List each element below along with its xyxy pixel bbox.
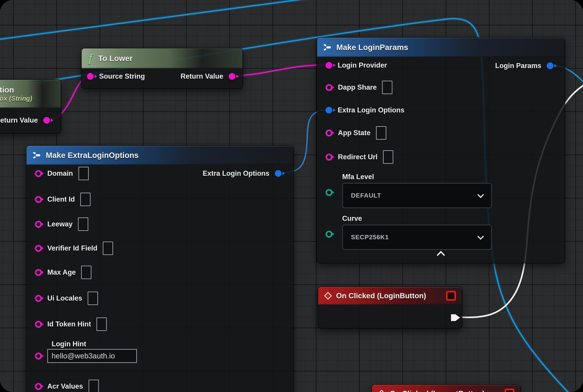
- function-icon: ƒ: [88, 53, 93, 64]
- redirect-url-pin[interactable]: [326, 154, 332, 161]
- acr-values-pin[interactable]: [35, 383, 42, 390]
- verifier-id-field-pin[interactable]: [35, 245, 42, 252]
- node-title: To Lower: [98, 54, 133, 63]
- login-provider-label: Login Provider: [338, 61, 387, 70]
- node-string-conversion-partial[interactable]: tion ox (String) eturn Value: [0, 79, 61, 133]
- login-hint-value: hello@web3auth.io: [52, 352, 115, 360]
- node-make-extraloginoptions[interactable]: Make ExtraLoginOptions Domain Extra Logi…: [26, 145, 294, 392]
- pin-row-redirect-url: Redirect Url: [326, 150, 393, 164]
- pin-row-login-provider: Login Provider: [326, 58, 387, 72]
- node-on-clicked-logoutbutton[interactable]: On Clicked (LogoutButton): [371, 384, 521, 392]
- extra-login-options-label: Extra Login Options: [203, 170, 270, 178]
- ui-locales-label: Ui Locales: [47, 294, 82, 302]
- event-diamond-icon: [324, 292, 332, 300]
- mfa-level-pin[interactable]: [326, 189, 332, 196]
- node-subtitle-fragment: ox (String): [0, 95, 32, 102]
- pin-row-domain: Domain: [35, 166, 89, 180]
- event-binding-icon[interactable]: [504, 388, 514, 392]
- id-token-hint-label: Id Token Hint: [47, 320, 91, 328]
- app-state-label: App State: [338, 129, 370, 137]
- pin-row: eturn Value: [0, 113, 50, 127]
- login-hint-pin[interactable]: [35, 352, 42, 360]
- node-header[interactable]: On Clicked (LogoutButton): [372, 385, 520, 392]
- leeway-input[interactable]: [78, 218, 88, 231]
- curve-value: SECP256K1: [351, 234, 389, 241]
- ui-locales-input[interactable]: [88, 292, 98, 305]
- return-value-output-pin[interactable]: [43, 117, 50, 124]
- pin-row-ui-locales: Ui Locales: [35, 291, 98, 305]
- event-binding-icon[interactable]: [446, 291, 456, 301]
- dapp-share-pin[interactable]: [326, 84, 332, 91]
- id-token-hint-pin[interactable]: [35, 321, 42, 328]
- node-header[interactable]: Make ExtraLoginOptions: [26, 146, 293, 165]
- domain-label: Domain: [47, 170, 73, 178]
- chevron-down-icon: [477, 191, 484, 198]
- domain-pin[interactable]: [35, 170, 42, 177]
- leeway-label: Leeway: [47, 220, 72, 228]
- extra-login-options-output-pin[interactable]: [275, 170, 282, 177]
- curve-pin[interactable]: [326, 231, 332, 238]
- pin-row-acr-values: Acr Values: [35, 380, 99, 392]
- pin-row-curve: [326, 227, 332, 241]
- node-header[interactable]: tion ox (String): [0, 80, 61, 108]
- login-provider-input-pin[interactable]: [326, 62, 332, 69]
- extra-login-options-input-pin[interactable]: [326, 107, 332, 114]
- node-make-loginparams[interactable]: Make LoginParams Login Provider Login Pa…: [316, 37, 565, 263]
- collapse-node-chevron-up[interactable]: [437, 251, 445, 259]
- leeway-pin[interactable]: [35, 221, 42, 228]
- dapp-share-input[interactable]: [382, 81, 392, 94]
- node-header[interactable]: On Clicked (LoginButton): [318, 287, 462, 304]
- max-age-input[interactable]: [81, 266, 92, 279]
- domain-input[interactable]: [78, 167, 89, 180]
- make-struct-icon: [32, 151, 41, 160]
- node-title: On Clicked (LogoutButton): [390, 389, 485, 392]
- client-id-input[interactable]: [80, 192, 90, 206]
- pin-row-dapp-share: Dapp Share: [326, 80, 392, 94]
- node-header[interactable]: ƒ To Lower: [82, 48, 242, 68]
- login-hint-input[interactable]: hello@web3auth.io: [47, 349, 137, 363]
- pin-row-app-state: App State: [326, 126, 386, 140]
- app-state-pin[interactable]: [326, 130, 332, 136]
- max-age-label: Max Age: [47, 268, 76, 276]
- pin-row-leeway: Leeway: [35, 217, 88, 231]
- mfa-level-value: DEFAULT: [351, 192, 381, 199]
- redirect-url-label: Redirect Url: [338, 153, 378, 161]
- pin-row-mfa-level: [326, 186, 332, 200]
- blueprint-graph-canvas[interactable]: tion ox (String) eturn Value ƒ To Lower …: [0, 0, 583, 392]
- acr-values-input[interactable]: [88, 380, 99, 392]
- node-title: On Clicked (LoginButton): [336, 292, 426, 300]
- redirect-url-input[interactable]: [383, 150, 393, 164]
- mfa-level-label: Mfa Level: [342, 173, 374, 181]
- mfa-level-dropdown[interactable]: DEFAULT: [342, 183, 492, 208]
- verifier-id-field-label: Verifier Id Field: [47, 244, 97, 252]
- source-string-input-pin[interactable]: [87, 73, 94, 80]
- source-string-label: Source String: [99, 72, 145, 80]
- curve-label: Curve: [342, 214, 362, 222]
- app-state-input[interactable]: [376, 126, 386, 140]
- max-age-pin[interactable]: [35, 269, 42, 276]
- node-on-clicked-loginbutton[interactable]: On Clicked (LoginButton): [318, 286, 462, 329]
- client-id-pin[interactable]: [35, 196, 42, 203]
- event-diamond-icon: [378, 390, 386, 392]
- exec-output-pin[interactable]: [451, 314, 461, 322]
- node-to-lower[interactable]: ƒ To Lower Source String Return Value: [81, 48, 243, 89]
- node-title: Make ExtraLoginOptions: [46, 151, 138, 160]
- wire-cyan-top: [0, 0, 345, 40]
- pin-row: Source String Return Value: [87, 70, 236, 83]
- return-value-label: eturn Value: [0, 116, 38, 124]
- login-params-label: Login Params: [495, 62, 541, 70]
- login-hint-label: Login Hint: [52, 340, 86, 348]
- ui-locales-pin[interactable]: [35, 295, 42, 302]
- client-id-label: Client Id: [47, 195, 75, 204]
- pin-row-login-hint: hello@web3auth.io: [35, 349, 137, 363]
- login-params-output-pin[interactable]: [547, 62, 554, 69]
- pin-row-extra-login-options-out: Extra Login Options: [203, 166, 282, 180]
- curve-dropdown[interactable]: SECP256K1: [342, 224, 492, 250]
- node-header[interactable]: Make LoginParams: [317, 38, 565, 57]
- return-value-output-pin[interactable]: [229, 73, 236, 80]
- id-token-hint-input[interactable]: [96, 318, 107, 331]
- return-value-label: Return Value: [181, 72, 224, 80]
- node-title: Make LoginParams: [336, 43, 408, 52]
- verifier-id-field-input[interactable]: [103, 242, 113, 255]
- pin-row-id-token-hint: Id Token Hint: [35, 317, 107, 331]
